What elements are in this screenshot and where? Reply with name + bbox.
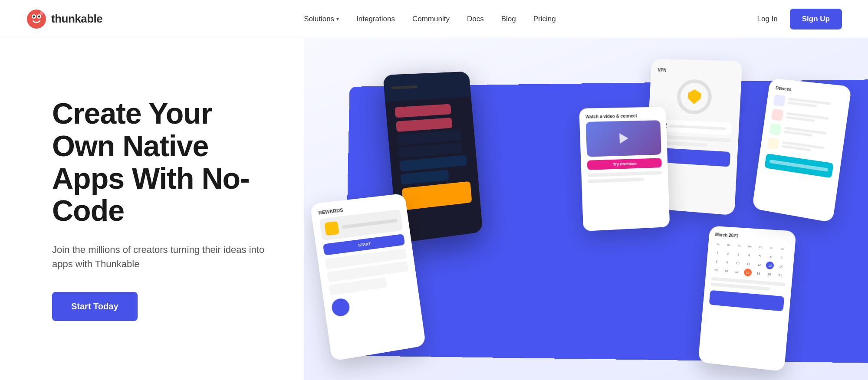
cal-20: 20 — [765, 270, 773, 278]
play-icon — [619, 133, 628, 144]
rewards-circle-btn — [331, 297, 351, 317]
integrations-link[interactable]: Integrations — [356, 15, 395, 23]
device-icon-2 — [771, 109, 783, 121]
cal-day-sun: Su — [714, 240, 722, 249]
phone-calendar-mockup: March 2021 Su Mo Tu We Th Fr Sa 1 2 3 4 … — [698, 226, 796, 371]
brand-name: thunkable — [51, 12, 102, 26]
cal-3: 3 — [734, 250, 743, 259]
nav-right: Log In Sign Up — [757, 9, 842, 29]
cal-17: 17 — [733, 267, 741, 275]
device-lines-3 — [783, 127, 838, 141]
start-today-button[interactable]: Start Today — [52, 292, 138, 321]
rewards-badge-text — [342, 219, 398, 229]
phone-dark-row-5 — [401, 170, 449, 185]
cal-9: 9 — [723, 258, 731, 266]
community-link[interactable]: Community — [412, 15, 450, 23]
nav-integrations[interactable]: Integrations — [356, 15, 395, 23]
chevron-down-icon: ▾ — [336, 16, 339, 22]
cal-day-tue: Tu — [735, 242, 743, 250]
vpn-shield-icon — [687, 89, 701, 105]
cal-8: 8 — [713, 257, 721, 265]
cal-13: 13 — [766, 261, 774, 269]
nav-solutions[interactable]: Solutions ▾ — [304, 15, 339, 23]
device-lines-1 — [788, 98, 842, 111]
pricing-link[interactable]: Pricing — [533, 15, 556, 23]
ad-line-2 — [588, 177, 644, 183]
ad-video-box — [586, 120, 661, 157]
cal-day-thu: Th — [756, 243, 765, 251]
hero-headline: Create Your Own Native Apps With No-Code — [52, 97, 278, 227]
cal-day-sat: Sa — [778, 245, 787, 253]
hero-right: REWARDS START VPN — [304, 38, 868, 380]
devices-teal-line — [769, 160, 829, 172]
hero-section: Create Your Own Native Apps With No-Code… — [0, 38, 868, 380]
vpn-title: VPN — [658, 68, 735, 75]
device-icon-4 — [767, 138, 779, 150]
calendar-header: March 2021 — [715, 232, 789, 242]
phone-dark-row-1 — [396, 118, 452, 132]
solutions-link[interactable]: Solutions ▾ — [304, 15, 339, 23]
phone-status-bar — [391, 85, 418, 89]
device-icon-3 — [769, 123, 781, 136]
cal-14: 14 — [776, 262, 785, 271]
phone-dark-row-red — [395, 104, 451, 118]
cal-7: 7 — [777, 253, 786, 262]
svg-point-3 — [33, 15, 35, 17]
signup-button[interactable]: Sign Up — [790, 9, 842, 29]
hero-subtext: Join the millions of creators turning th… — [52, 242, 278, 271]
device-icon-1 — [773, 95, 785, 107]
cal-11: 11 — [744, 259, 753, 268]
cal-action-btn — [709, 290, 785, 311]
devices-teal-bar — [764, 154, 834, 178]
cal-6: 6 — [766, 252, 775, 261]
calendar-grid: Su Mo Tu We Th Fr Sa 1 2 3 4 5 6 7 8 9 1… — [712, 240, 789, 279]
cal-4: 4 — [745, 251, 753, 259]
cal-16: 16 — [722, 267, 730, 275]
nav-community[interactable]: Community — [412, 15, 450, 23]
phone-dark-row-4 — [399, 155, 467, 171]
vpn-country-text — [669, 124, 727, 130]
hero-left: Create Your Own Native Apps With No-Code… — [0, 71, 304, 347]
cal-18: 18 — [743, 268, 752, 276]
phone-dark-row-2 — [397, 130, 461, 145]
nav-docs[interactable]: Docs — [467, 15, 484, 23]
cal-1: 1 — [713, 249, 721, 257]
cal-day-mon: Mo — [724, 241, 733, 249]
cal-day-fri: Fr — [767, 244, 776, 252]
login-link[interactable]: Log In — [757, 15, 778, 23]
device-lines-2 — [786, 112, 840, 126]
phone-ad-mockup: Watch a video & connect Try Premium — [579, 107, 670, 231]
svg-point-4 — [38, 15, 40, 17]
navbar: thunkable Solutions ▾ Integrations Commu… — [0, 0, 868, 38]
blog-link[interactable]: Blog — [501, 15, 516, 23]
device-lines-4 — [782, 141, 836, 156]
cal-15: 15 — [712, 266, 720, 274]
cal-10: 10 — [733, 259, 742, 267]
cal-19: 19 — [754, 269, 763, 277]
ad-pink-button: Try Premium — [587, 158, 662, 170]
ad-line-1 — [588, 171, 662, 177]
ad-title: Watch a video & connect — [585, 113, 660, 119]
docs-link[interactable]: Docs — [467, 15, 484, 23]
cal-21: 21 — [776, 271, 785, 279]
nav-blog[interactable]: Blog — [501, 15, 516, 23]
vpn-circle — [676, 79, 713, 115]
rewards-badge-icon — [324, 221, 339, 236]
logo-icon — [26, 9, 47, 29]
cal-12: 12 — [755, 260, 763, 269]
svg-point-5 — [40, 11, 43, 15]
cal-2: 2 — [724, 249, 732, 258]
cal-5: 5 — [756, 252, 764, 260]
logo-area[interactable]: thunkable — [26, 9, 102, 29]
phone-dark-orange-bar — [402, 181, 472, 210]
nav-pricing[interactable]: Pricing — [533, 15, 556, 23]
cal-day-wed: We — [746, 242, 754, 251]
nav-links: Solutions ▾ Integrations Community Docs … — [304, 15, 556, 23]
